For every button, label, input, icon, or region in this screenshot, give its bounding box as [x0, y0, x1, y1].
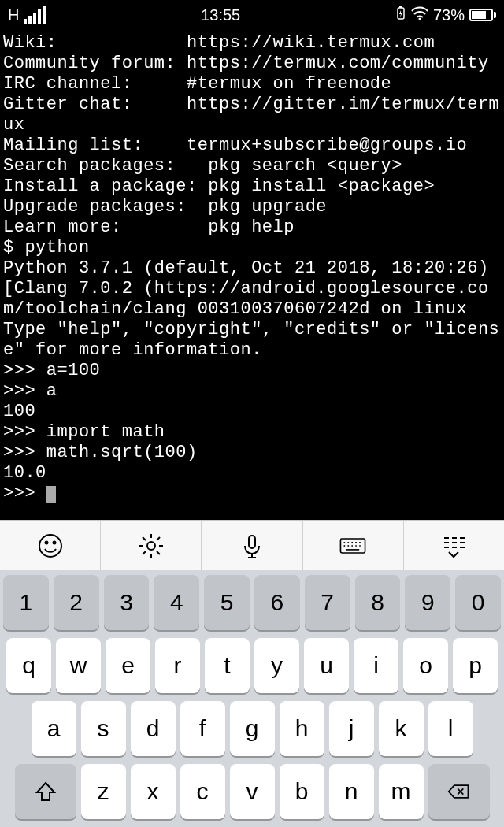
key-b[interactable]: b — [280, 764, 324, 819]
key-c[interactable]: c — [180, 764, 225, 819]
key-n[interactable]: n — [329, 764, 374, 819]
status-left: H — [8, 6, 46, 24]
key-r[interactable]: r — [155, 638, 200, 693]
terminal-line: 100 — [3, 402, 501, 422]
key-7[interactable]: 7 — [305, 575, 350, 630]
keyboard-row-qwerty: qwertyuiop — [3, 638, 501, 693]
svg-point-5 — [53, 541, 55, 543]
terminal-line: >>> a — [3, 381, 501, 402]
key-d[interactable]: d — [131, 701, 176, 756]
key-a[interactable]: a — [32, 701, 76, 756]
key-4[interactable]: 4 — [154, 575, 199, 630]
key-o[interactable]: o — [403, 638, 448, 693]
key-y[interactable]: y — [254, 638, 299, 693]
collapse-keyboard-button[interactable] — [404, 521, 504, 570]
mic-button[interactable] — [202, 521, 302, 570]
terminal-line: >>> a=100 — [3, 361, 501, 381]
terminal-output[interactable]: Wiki: https://wiki.termux.comCommunity f… — [0, 30, 504, 520]
key-h[interactable]: h — [280, 701, 324, 756]
battery-percent: 73% — [433, 6, 465, 24]
terminal-line: Community forum: https://termux.com/comm… — [3, 54, 501, 74]
key-i[interactable]: i — [354, 638, 398, 693]
terminal-line: Upgrade packages: pkg upgrade — [3, 197, 501, 217]
key-v[interactable]: v — [230, 764, 275, 819]
keyboard-toolbar — [0, 520, 504, 570]
terminal-line: Mailing list: termux+subscribe@groups.io — [3, 135, 501, 156]
terminal-line: Type "help", "copyright", "credits" or "… — [3, 320, 501, 361]
key-5[interactable]: 5 — [204, 575, 250, 630]
status-time: 13:55 — [201, 6, 240, 24]
terminal-line: Python 3.7.1 (default, Oct 21 2018, 18:2… — [3, 258, 501, 279]
terminal-line: [Clang 7.0.2 (https://android.googlesour… — [3, 279, 501, 320]
svg-point-4 — [45, 541, 47, 543]
key-p[interactable]: p — [453, 638, 498, 693]
keyboard-row-asdf: asdfghjkl — [3, 701, 501, 756]
key-2[interactable]: 2 — [54, 575, 99, 630]
keyboard-switch-button[interactable] — [303, 521, 404, 570]
key-6[interactable]: 6 — [254, 575, 300, 630]
wifi-icon — [411, 6, 428, 24]
key-u[interactable]: u — [304, 638, 349, 693]
terminal-line: >>> math.sqrt(100) — [3, 443, 501, 463]
shift-key[interactable] — [15, 764, 76, 819]
key-0[interactable]: 0 — [455, 575, 501, 630]
svg-point-3 — [39, 535, 61, 557]
svg-point-6 — [147, 542, 155, 550]
svg-rect-7 — [249, 536, 255, 548]
terminal-line: $ python — [3, 238, 501, 258]
status-bar: H 13:55 73% — [0, 0, 504, 30]
charging-icon — [395, 6, 406, 24]
svg-point-2 — [418, 17, 421, 20]
network-type: H — [8, 6, 19, 24]
keyboard-row-zxcv: zxcvbnm — [3, 764, 501, 819]
key-q[interactable]: q — [6, 638, 51, 693]
terminal-line: >>> import math — [3, 422, 501, 443]
key-z[interactable]: z — [81, 764, 126, 819]
key-f[interactable]: f — [180, 701, 225, 756]
terminal-line: Search packages: pkg search <query> — [3, 156, 501, 176]
key-j[interactable]: j — [329, 701, 374, 756]
terminal-line: Wiki: https://wiki.termux.com — [3, 33, 501, 54]
emoji-button[interactable] — [0, 521, 101, 570]
terminal-line: 10.0 — [3, 463, 501, 484]
terminal-line: >>> — [3, 484, 501, 504]
settings-button[interactable] — [101, 521, 202, 570]
battery-icon — [469, 9, 496, 21]
key-g[interactable]: g — [230, 701, 275, 756]
terminal-line: Install a package: pkg install <package> — [3, 176, 501, 197]
status-right: 73% — [395, 6, 496, 24]
key-9[interactable]: 9 — [405, 575, 450, 630]
key-e[interactable]: e — [106, 638, 150, 693]
signal-icon — [24, 6, 46, 24]
keyboard-row-numbers: 1234567890 — [3, 575, 501, 630]
svg-rect-1 — [399, 6, 402, 8]
key-w[interactable]: w — [56, 638, 101, 693]
key-t[interactable]: t — [205, 638, 250, 693]
key-m[interactable]: m — [379, 764, 424, 819]
key-1[interactable]: 1 — [3, 575, 49, 630]
soft-keyboard: 1234567890 qwertyuiop asdfghjkl zxcvbnm — [0, 570, 504, 827]
key-l[interactable]: l — [428, 701, 473, 756]
terminal-cursor — [46, 486, 56, 503]
terminal-line: Learn more: pkg help — [3, 217, 501, 238]
key-3[interactable]: 3 — [104, 575, 150, 630]
key-s[interactable]: s — [81, 701, 126, 756]
terminal-line: Gitter chat: https://gitter.im/termux/te… — [3, 95, 501, 135]
key-8[interactable]: 8 — [355, 575, 401, 630]
key-k[interactable]: k — [379, 701, 424, 756]
backspace-key[interactable] — [428, 764, 490, 819]
key-x[interactable]: x — [131, 764, 176, 819]
terminal-line: IRC channel: #termux on freenode — [3, 74, 501, 95]
